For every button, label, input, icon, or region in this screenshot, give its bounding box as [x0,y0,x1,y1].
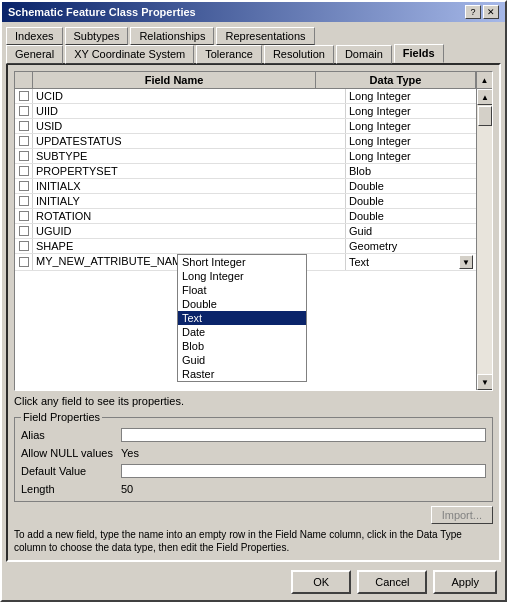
data-type-cell[interactable]: Long Integer [346,149,476,163]
dropdown-item[interactable]: Long Integer [178,269,306,283]
checkbox-icon [19,257,29,267]
checkbox-icon [19,136,29,146]
row-checkbox [15,239,33,253]
table-header: Field Name Data Type ▲ [15,72,492,89]
import-button[interactable]: Import... [431,506,493,524]
prop-null-label: Allow NULL values [21,447,121,459]
tab-fields[interactable]: Fields [394,44,444,63]
table-row[interactable]: UPDATESTATUSLong Integer [15,134,476,149]
data-type-cell[interactable]: Long Integer [346,104,476,118]
field-name-cell[interactable]: INITIALX [33,179,346,193]
ok-button[interactable]: OK [291,570,351,594]
field-name-cell[interactable]: UIID [33,104,346,118]
table-scroll-up[interactable]: ▲ [476,72,492,88]
tab-resolution[interactable]: Resolution [264,45,334,64]
tab-xy[interactable]: XY Coordinate System [65,45,194,64]
tab-domain[interactable]: Domain [336,45,392,64]
table-row[interactable]: UGUIDGuid [15,224,476,239]
prop-alias-value[interactable] [121,428,486,442]
field-name-cell[interactable]: PROPERTYSET [33,164,346,178]
row-checkbox [15,119,33,133]
dropdown-item[interactable]: Date [178,325,306,339]
table-body-wrapper: UCIDLong IntegerUIIDLong IntegerUSIDLong… [15,89,492,390]
help-button[interactable]: ? [465,5,481,19]
table-row[interactable]: ROTATIONDouble [15,209,476,224]
field-name-cell[interactable]: UCID [33,89,346,103]
tab-indexes[interactable]: Indexes [6,27,63,45]
table-row[interactable]: PROPERTYSETBlob [15,164,476,179]
data-type-text: Guid [349,225,372,237]
data-type-cell[interactable]: Double [346,194,476,208]
field-name-cell[interactable]: SUBTYPE [33,149,346,163]
tab-relationships[interactable]: Relationships [130,27,214,45]
prop-null-row: Allow NULL values Yes [21,445,486,461]
data-type-cell[interactable]: Long Integer [346,89,476,103]
scroll-down-btn[interactable]: ▼ [477,374,492,390]
prop-default-value[interactable] [121,464,486,478]
row-checkbox [15,179,33,193]
prop-alias-row: Alias [21,427,486,443]
data-type-text: Long Integer [349,90,411,102]
data-type-text: Long Integer [349,135,411,147]
dropdown-item[interactable]: Blob [178,339,306,353]
dropdown-arrow-icon[interactable]: ▼ [459,255,473,269]
data-type-text: Geometry [349,240,397,252]
table-row[interactable]: MY_NEW_ATTRIBUTE_NAMEText▼Short IntegerL… [15,254,476,271]
prop-null-value: Yes [121,447,486,459]
checkbox-icon [19,241,29,251]
prop-length-value: 50 [121,483,486,495]
data-type-cell[interactable]: Double [346,209,476,223]
data-type-text: Long Integer [349,105,411,117]
tab-tolerance[interactable]: Tolerance [196,45,262,64]
checkbox-icon [19,181,29,191]
checkbox-icon [19,121,29,131]
field-name-cell[interactable]: SHAPE [33,239,346,253]
import-row: Import... [14,506,493,524]
table-row[interactable]: SHAPEGeometry [15,239,476,254]
table-body[interactable]: UCIDLong IntegerUIIDLong IntegerUSIDLong… [15,89,476,390]
row-checkbox [15,224,33,238]
checkbox-icon [19,106,29,116]
tabs-row2: General XY Coordinate System Tolerance R… [2,44,505,63]
row-checkbox [15,254,33,270]
data-type-cell[interactable]: Geometry [346,239,476,253]
dropdown-item[interactable]: Text [178,311,306,325]
field-name-cell[interactable]: INITIALY [33,194,346,208]
field-name-cell[interactable]: USID [33,119,346,133]
field-name-cell[interactable]: UPDATESTATUS [33,134,346,148]
table-row[interactable]: USIDLong Integer [15,119,476,134]
tabs-row1: Indexes Subtypes Relationships Represent… [2,22,505,44]
tab-general[interactable]: General [6,45,63,64]
prop-default-label: Default Value [21,465,121,477]
cancel-button[interactable]: Cancel [357,570,427,594]
scroll-up-btn[interactable]: ▲ [477,89,492,105]
row-checkbox [15,209,33,223]
table-row[interactable]: INITIALYDouble [15,194,476,209]
table-row[interactable]: UCIDLong Integer [15,89,476,104]
apply-button[interactable]: Apply [433,570,497,594]
field-name-cell[interactable]: ROTATION [33,209,346,223]
field-name-cell[interactable]: UGUID [33,224,346,238]
data-type-text: Double [349,180,384,192]
checkbox-icon [19,211,29,221]
table-row[interactable]: INITIALXDouble [15,179,476,194]
tab-subtypes[interactable]: Subtypes [65,27,129,45]
tab-representations[interactable]: Representations [216,27,314,45]
data-type-cell[interactable]: Blob [346,164,476,178]
dropdown-item[interactable]: Guid [178,353,306,367]
data-type-text: Blob [349,165,371,177]
table-row[interactable]: SUBTYPELong Integer [15,149,476,164]
dropdown-item[interactable]: Float [178,283,306,297]
data-type-cell[interactable]: Text▼ [346,254,476,270]
dropdown-item[interactable]: Short Integer [178,255,306,269]
dropdown-item[interactable]: Double [178,297,306,311]
data-type-cell[interactable]: Long Integer [346,134,476,148]
close-button[interactable]: ✕ [483,5,499,19]
info-text: To add a new field, type the name into a… [14,528,493,554]
data-type-cell[interactable]: Guid [346,224,476,238]
table-row[interactable]: UIIDLong Integer [15,104,476,119]
data-type-cell[interactable]: Double [346,179,476,193]
data-type-cell[interactable]: Long Integer [346,119,476,133]
title-buttons: ? ✕ [465,5,499,19]
dropdown-item[interactable]: Raster [178,367,306,381]
